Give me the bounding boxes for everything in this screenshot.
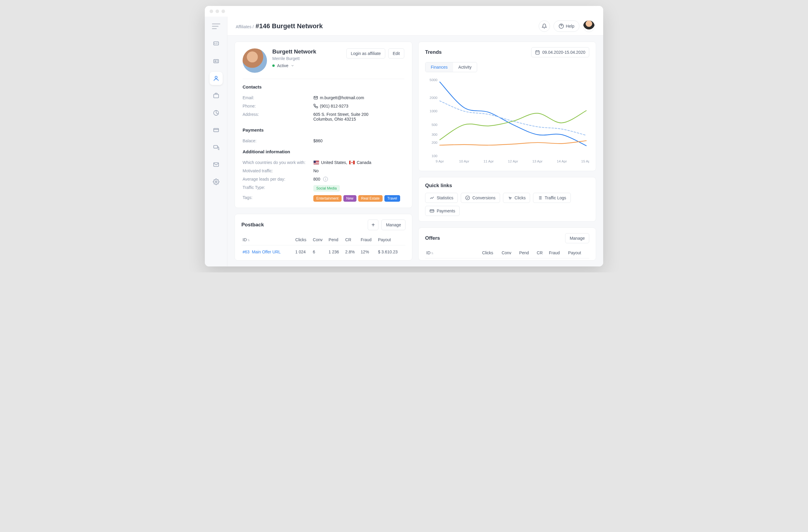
trends-chart: 1002003005001000200050009 Apr10 Apr11 Ap… <box>425 76 589 166</box>
email-label: Email: <box>243 95 313 100</box>
pb-payout: $ 3.610.23 <box>377 245 405 259</box>
pb-conv: 6 <box>312 245 327 259</box>
nav-managers-icon[interactable] <box>209 55 223 68</box>
tag-entertainment: Entertainment <box>313 195 342 202</box>
pb-clicks: 1 024 <box>294 245 312 259</box>
affiliate-name: Burgett Network <box>272 49 341 55</box>
phone-icon <box>313 104 318 109</box>
additional-heading: Additional information <box>243 149 404 154</box>
notifications-icon[interactable] <box>539 20 550 32</box>
login-as-affiliate-button[interactable]: Login as affiliate <box>346 49 385 58</box>
traffic-light-close[interactable] <box>209 10 213 13</box>
svg-text:100: 100 <box>431 154 438 158</box>
svg-text:13 Apr: 13 Apr <box>532 159 543 164</box>
topbar: Affiliates / #146 Burgett Network Help <box>227 17 603 36</box>
status-dot-icon <box>272 64 275 67</box>
svg-point-27 <box>465 196 470 200</box>
breadcrumb: Affiliates / #146 Burgett Network <box>236 22 323 30</box>
ql-traffic-logs[interactable]: Traffic Logs <box>533 193 570 203</box>
ql-statistics[interactable]: Statistics <box>425 193 458 203</box>
svg-text:200: 200 <box>431 140 438 145</box>
of-col-fraud: Fraud <box>548 247 567 259</box>
svg-text:10 Apr: 10 Apr <box>459 159 469 164</box>
svg-text:1000: 1000 <box>429 109 438 113</box>
help-button[interactable]: Help <box>553 20 580 32</box>
pb-col-id[interactable]: ID⇅ <box>241 234 294 245</box>
status-dropdown[interactable]: Active <box>272 63 341 68</box>
calendar-icon <box>535 50 540 55</box>
tab-finances[interactable]: Finances <box>425 62 453 72</box>
ql-payments[interactable]: Payments <box>425 206 460 216</box>
sidebar <box>205 17 227 266</box>
nav-billing-icon[interactable] <box>209 141 223 154</box>
svg-rect-28 <box>430 210 434 212</box>
quicklinks-title: Quick links <box>425 183 589 189</box>
svg-rect-6 <box>214 129 219 132</box>
trends-tabs: Finances Activity <box>425 62 477 72</box>
offers-card: Offers Manage ID⇅ Clicks Conv Pend CR Fr… <box>418 228 596 261</box>
pb-cr: 2.8% <box>344 245 360 259</box>
country-ca: Canada <box>357 160 371 165</box>
pb-col-cr: CR <box>344 234 360 245</box>
profile-card: Burgett Network Merrile Burgett Active L… <box>235 42 412 208</box>
leads-label: Average leads per day: <box>243 177 313 182</box>
pb-pend: 1 236 <box>327 245 344 259</box>
status-label: Active <box>277 63 288 68</box>
nav-piechart-icon[interactable] <box>209 106 223 119</box>
nav-briefcase-icon[interactable] <box>209 89 223 102</box>
of-col-clicks: Clicks <box>481 247 501 259</box>
chevron-down-icon <box>291 64 294 68</box>
ql-clicks[interactable]: Clicks <box>503 193 530 203</box>
quicklinks-card: Quick links Statistics Conversions Click… <box>418 177 596 222</box>
svg-point-2 <box>215 61 216 62</box>
nav-settings-icon[interactable] <box>209 175 223 188</box>
add-postback-button[interactable]: + <box>368 220 379 230</box>
svg-text:9 Apr: 9 Apr <box>436 159 444 164</box>
nav-mail-icon[interactable] <box>209 158 223 171</box>
of-col-id[interactable]: ID⇅ <box>425 247 481 259</box>
manage-postback-button[interactable]: Manage <box>381 220 405 230</box>
traffic-type-label: Traffic Type: <box>243 185 313 190</box>
ql-conversions[interactable]: Conversions <box>461 193 500 203</box>
app-window: Affiliates / #146 Burgett Network Help <box>205 6 603 266</box>
pb-col-conv: Conv <box>312 234 327 245</box>
phone-value: (901) 812-9273 <box>320 104 348 109</box>
breadcrumb-parent[interactable]: Affiliates / <box>236 24 254 29</box>
us-flag-icon <box>313 160 319 165</box>
of-col-pend: Pend <box>518 247 535 259</box>
svg-text:15 Apr: 15 Apr <box>581 159 589 164</box>
leads-value: 800 <box>313 177 320 182</box>
svg-text:300: 300 <box>431 132 438 137</box>
menu-toggle-icon[interactable] <box>212 22 220 30</box>
motivated-value: No <box>313 168 319 173</box>
nav-dashboard-icon[interactable] <box>209 37 223 51</box>
traffic-type-tag: Social Media <box>313 185 340 192</box>
balance-label: Balace: <box>243 138 313 143</box>
ca-flag-icon <box>349 160 355 165</box>
date-range-picker[interactable]: 09.04.2020-15.04.2020 <box>531 47 589 57</box>
nav-card-icon[interactable] <box>209 124 223 137</box>
postback-table: ID⇅ Clicks Conv Pend CR Fraud Payout #63… <box>241 234 405 259</box>
edit-button[interactable]: Edit <box>388 49 404 58</box>
of-col-payout: Payout <box>567 247 589 259</box>
traffic-light-minimize[interactable] <box>216 10 219 13</box>
info-icon[interactable]: i <box>323 177 328 182</box>
trends-title: Trends <box>425 49 442 55</box>
postback-title: Postback <box>241 222 264 228</box>
pb-fraud: 12% <box>360 245 377 259</box>
table-row: #63 Main Offer URL 1 024 6 1 236 2.8% 12… <box>241 245 405 259</box>
payments-heading: Payments <box>243 128 404 132</box>
country-us: United States, <box>321 160 347 165</box>
manage-offers-button[interactable]: Manage <box>565 233 589 243</box>
tag-new: New <box>343 195 356 202</box>
svg-point-3 <box>215 76 217 78</box>
svg-rect-4 <box>214 94 219 98</box>
tab-activity[interactable]: Activity <box>453 62 477 72</box>
traffic-light-maximize[interactable] <box>221 10 225 13</box>
svg-rect-7 <box>214 146 217 148</box>
postback-id-link[interactable]: #63 Main Offer URL <box>243 249 281 254</box>
svg-point-9 <box>215 181 217 183</box>
page-title: #146 Burgett Network <box>255 22 323 30</box>
user-avatar[interactable] <box>583 20 595 32</box>
nav-affiliates-icon[interactable] <box>209 72 223 85</box>
